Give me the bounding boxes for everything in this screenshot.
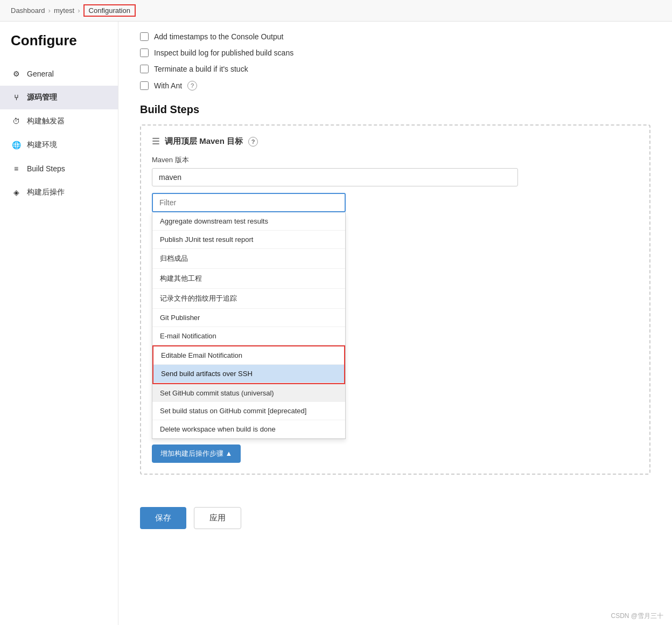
- watermark: CSDN @雪月三十: [611, 612, 663, 621]
- build-step-header: ☰ 调用顶层 Maven 目标 ?: [152, 136, 639, 147]
- sidebar-item-general[interactable]: ⚙ General: [0, 62, 118, 86]
- add-post-build-label: 增加构建后操作步骤 ▲: [160, 449, 232, 459]
- globe-icon: 🌐: [11, 140, 22, 150]
- build-step-header-label: 调用顶层 Maven 目标: [165, 136, 243, 147]
- build-step-card: ☰ 调用顶层 Maven 目标 ? Maven 版本 Aggregate dow…: [140, 124, 650, 475]
- sidebar-title: Configure: [0, 32, 118, 62]
- dropdown-item-editable-email[interactable]: Editable Email Notification: [153, 346, 344, 365]
- save-button[interactable]: 保存: [140, 507, 186, 529]
- main-content: Add timestamps to the Console Output Ins…: [118, 22, 672, 625]
- maven-version-input[interactable]: [152, 168, 518, 186]
- dropdown-item-send-ssh[interactable]: Send build artifacts over SSH: [153, 365, 344, 383]
- build-steps-title: Build Steps: [140, 103, 650, 116]
- dropdown-item-set-github-commit[interactable]: Set GitHub commit status (universal): [152, 384, 345, 402]
- gear-icon: ⚙: [11, 68, 22, 79]
- checkbox-with-ant: With Ant ?: [140, 81, 650, 91]
- with-ant-label: With Ant: [154, 81, 182, 90]
- filter-container: [152, 193, 346, 212]
- dropdown-item-publish-junit[interactable]: Publish JUnit test result report: [152, 231, 345, 249]
- inspect-build-checkbox[interactable]: [140, 48, 149, 57]
- dropdown-list: Aggregate downstream test results Publis…: [152, 212, 346, 439]
- timestamps-checkbox[interactable]: [140, 32, 149, 41]
- sidebar-label-build-steps: Build Steps: [27, 164, 65, 173]
- checkbox-inspect-build: Inspect build log for published build sc…: [140, 48, 650, 57]
- dropdown-item-set-build-status[interactable]: Set build status on GitHub commit [depre…: [152, 402, 345, 420]
- add-post-build-button[interactable]: 增加构建后操作步骤 ▲: [152, 445, 241, 463]
- inspect-build-label: Inspect build log for published build sc…: [154, 48, 293, 57]
- sidebar-label-environment: 构建环境: [27, 140, 57, 150]
- sidebar-item-scm[interactable]: ⑂ 源码管理: [0, 86, 118, 109]
- breadcrumb-dashboard[interactable]: Dashboard: [11, 6, 45, 15]
- apply-button[interactable]: 应用: [194, 507, 241, 529]
- dropdown-item-record-fingerprint[interactable]: 记录文件的指纹用于追踪: [152, 289, 345, 309]
- sidebar-item-environment[interactable]: 🌐 构建环境: [0, 133, 118, 157]
- dropdown-item-aggregate[interactable]: Aggregate downstream test results: [152, 212, 345, 231]
- terminate-build-checkbox[interactable]: [140, 65, 149, 73]
- dropdown-item-git-publisher[interactable]: Git Publisher: [152, 309, 345, 327]
- breadcrumb-configuration[interactable]: Configuration: [83, 4, 136, 17]
- sidebar-item-build-steps[interactable]: ≡ Build Steps: [0, 157, 118, 180]
- breadcrumb-bar: Dashboard › mytest › Configuration: [0, 0, 672, 22]
- dropdown-item-archive[interactable]: 归档成品: [152, 249, 345, 269]
- clock-icon: ⏱: [11, 116, 22, 127]
- breadcrumb-sep-2: ›: [78, 6, 80, 15]
- dropdown-item-email-notification[interactable]: E-mail Notification: [152, 327, 345, 345]
- sidebar-label-general: General: [27, 70, 54, 78]
- maven-version-label: Maven 版本: [152, 155, 639, 165]
- maven-goal-help-icon[interactable]: ?: [248, 137, 258, 147]
- sidebar-label-post-build: 构建后操作: [27, 188, 65, 197]
- dropdown-item-build-other[interactable]: 构建其他工程: [152, 269, 345, 289]
- action-buttons: 保存 应用: [140, 496, 650, 529]
- list-icon: ≡: [11, 163, 22, 174]
- sidebar-item-post-build[interactable]: ◈ 构建后操作: [0, 180, 118, 204]
- dropdown-item-delete-workspace[interactable]: Delete workspace when build is done: [152, 420, 345, 439]
- terminate-build-label: Terminate a build if it's stuck: [154, 65, 248, 73]
- red-border-group: Editable Email Notification Send build a…: [152, 345, 345, 384]
- breadcrumb-mytest[interactable]: mytest: [54, 6, 74, 15]
- breadcrumb-sep-1: ›: [48, 6, 51, 15]
- sidebar-item-triggers[interactable]: ⏱ 构建触发器: [0, 109, 118, 133]
- sidebar: Configure ⚙ General ⑂ 源码管理 ⏱ 构建触发器 🌐 构建环…: [0, 22, 118, 625]
- with-ant-checkbox[interactable]: [140, 81, 149, 90]
- filter-input[interactable]: [152, 193, 346, 212]
- timestamps-label: Add timestamps to the Console Output: [154, 32, 283, 41]
- cube-icon: ◈: [11, 187, 22, 198]
- sidebar-label-triggers: 构建触发器: [27, 116, 65, 126]
- sidebar-label-scm: 源码管理: [27, 93, 57, 102]
- scm-icon: ⑂: [11, 92, 22, 103]
- drag-icon[interactable]: ☰: [152, 136, 159, 147]
- checkbox-terminate-build: Terminate a build if it's stuck: [140, 65, 650, 73]
- checkbox-timestamps: Add timestamps to the Console Output: [140, 32, 650, 41]
- with-ant-help-icon[interactable]: ?: [187, 81, 197, 91]
